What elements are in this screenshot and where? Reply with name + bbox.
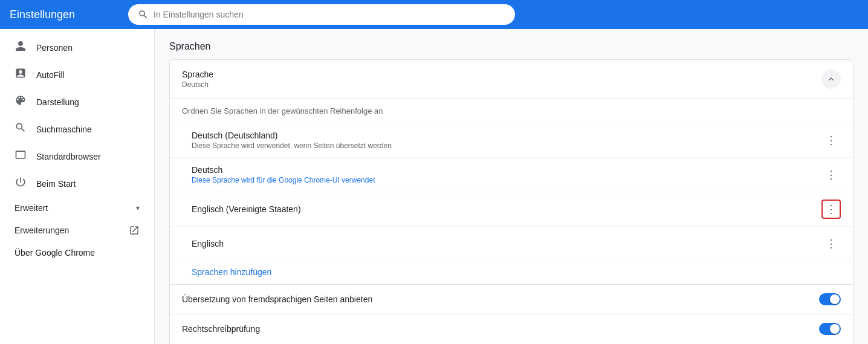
- sidebar-ueber-label: Über Google Chrome: [15, 248, 95, 258]
- lang-desc-1: Diese Sprache wird für die Google Chrome…: [192, 176, 375, 184]
- standardbrowser-icon: [15, 149, 27, 164]
- search-icon: [138, 9, 149, 20]
- sidebar-erweitert-label: Erweitert: [15, 203, 48, 213]
- sprache-card-header: Sprache Deutsch: [170, 60, 853, 99]
- more-menu-button-0[interactable]: ⋮: [821, 131, 841, 150]
- sidebar-item-darstellung[interactable]: Darstellung: [0, 88, 154, 115]
- sprache-label: Sprache: [182, 70, 213, 79]
- header-title: Einstellungen: [10, 8, 118, 21]
- sidebar-erweiterungen-label: Erweiterungen: [15, 226, 69, 235]
- lang-item-3: Englisch ⋮: [170, 226, 853, 261]
- lang-name-0: Deutsch (Deutschland): [192, 131, 392, 140]
- sidebar-item-personen-label: Personen: [36, 43, 73, 53]
- sidebar-item-ueber[interactable]: Über Google Chrome: [0, 242, 154, 264]
- external-link-icon: [129, 225, 140, 236]
- chevron-up-icon: [826, 74, 836, 84]
- lang-item-1: Deutsch Diese Sprache wird für die Googl…: [170, 157, 853, 192]
- more-menu-button-2[interactable]: ⋮: [821, 200, 841, 219]
- toggle-label-0: Übersetzung von fremdsprachigen Seiten a…: [182, 294, 372, 304]
- sprache-header-text: Sprache Deutsch: [182, 70, 213, 89]
- collapse-button[interactable]: [821, 70, 841, 89]
- sidebar: Personen AutoFill Darstellung Suchmaschi…: [0, 29, 155, 344]
- autofill-icon: [15, 67, 27, 82]
- section-title: Sprachen: [169, 41, 853, 52]
- more-menu-button-1[interactable]: ⋮: [821, 165, 841, 184]
- sidebar-item-standardbrowser-label: Standardbrowser: [36, 152, 101, 161]
- sidebar-item-autofill[interactable]: AutoFill: [0, 61, 154, 88]
- sidebar-item-autofill-label: AutoFill: [36, 70, 65, 80]
- sidebar-item-suchmaschine[interactable]: Suchmaschine: [0, 115, 154, 143]
- beim-start-icon: [15, 176, 27, 191]
- sprache-sublabel: Deutsch: [182, 80, 213, 89]
- lang-name-1: Deutsch: [192, 165, 375, 175]
- erweitert-arrow-icon: ▾: [136, 204, 140, 212]
- toggle-rechtschreibpruefung[interactable]: [819, 323, 841, 335]
- layout: Personen AutoFill Darstellung Suchmaschi…: [0, 29, 868, 344]
- toggle-uebersetzung[interactable]: [819, 293, 841, 305]
- person-icon: [15, 40, 27, 55]
- main-content: Sprachen Sprache Deutsch Ordnen Sie Spra…: [155, 29, 868, 344]
- toggle-row-1: Rechtschreibprüfung: [170, 314, 853, 343]
- darstellung-icon: [15, 94, 27, 109]
- more-menu-button-3[interactable]: ⋮: [821, 234, 841, 253]
- sprachen-card: Sprache Deutsch Ordnen Sie Sprachen in d…: [169, 59, 853, 344]
- lang-list-header: Ordnen Sie Sprachen in der gewünschten R…: [170, 99, 853, 123]
- sidebar-item-erweiterungen[interactable]: Erweiterungen: [0, 219, 154, 242]
- header: Einstellungen: [0, 0, 868, 29]
- lang-name-2: Englisch (Vereinigte Staaten): [192, 204, 301, 214]
- sidebar-item-darstellung-label: Darstellung: [36, 97, 79, 107]
- search-input[interactable]: [154, 10, 505, 19]
- lang-name-3: Englisch: [192, 239, 224, 248]
- lang-item-0: Deutsch (Deutschland) Diese Sprache wird…: [170, 123, 853, 157]
- search-bar: [128, 4, 515, 25]
- sidebar-item-personen[interactable]: Personen: [0, 34, 154, 61]
- sidebar-item-beim-start-label: Beim Start: [36, 179, 76, 189]
- lang-item-2: Englisch (Vereinigte Staaten) ⋮: [170, 192, 853, 226]
- lang-desc-0: Diese Sprache wird verwendet, wenn Seite…: [192, 141, 392, 150]
- sidebar-item-beim-start[interactable]: Beim Start: [0, 170, 154, 197]
- sidebar-item-erweitert[interactable]: Erweitert ▾: [0, 197, 154, 219]
- sidebar-item-standardbrowser[interactable]: Standardbrowser: [0, 143, 154, 170]
- sidebar-item-suchmaschine-label: Suchmaschine: [36, 125, 92, 134]
- toggle-row-0: Übersetzung von fremdsprachigen Seiten a…: [170, 285, 853, 314]
- add-language-button[interactable]: Sprachen hinzufügen: [170, 261, 283, 284]
- suchmaschine-icon: [15, 122, 27, 137]
- toggle-label-1: Rechtschreibprüfung: [182, 324, 260, 334]
